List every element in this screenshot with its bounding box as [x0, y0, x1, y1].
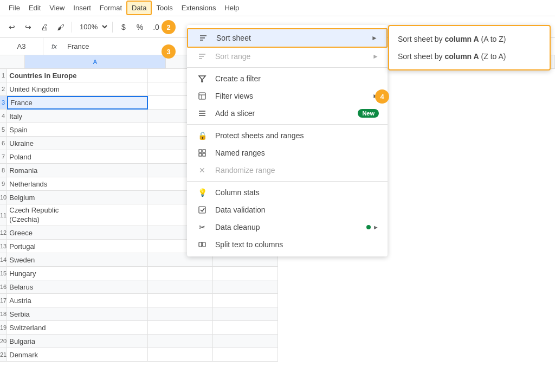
svg-rect-15 [199, 153, 202, 156]
svg-rect-21 [203, 242, 205, 247]
sort-range-icon [196, 52, 209, 61]
cell-a20[interactable]: Bulgaria [7, 335, 148, 348]
cell-reference[interactable]: A3 [0, 38, 43, 55]
row-num-19: 19 [0, 321, 7, 335]
cell-a1[interactable]: Countries in Europe [7, 69, 148, 82]
cell-a11[interactable]: Czech Republic(Czechia) [7, 204, 148, 226]
cell-c21[interactable] [213, 348, 278, 362]
sort-asc-item[interactable]: Sort sheet by column A (A to Z) [389, 30, 550, 48]
cell-a12[interactable]: Greece [7, 226, 148, 240]
undo-button[interactable]: ↩ [4, 20, 20, 35]
filter-views-label: Filter views [215, 92, 253, 100]
cell-a5[interactable]: Spain [7, 123, 148, 137]
create-filter-item[interactable]: Create a filter [187, 70, 388, 87]
redo-button[interactable]: ↪ [21, 20, 36, 35]
row-num-21: 21 [0, 348, 7, 362]
menu-edit[interactable]: Edit [24, 2, 45, 14]
menu-extensions[interactable]: Extensions [177, 2, 221, 14]
split-text-item[interactable]: Split text to columns [187, 236, 388, 253]
cell-c20[interactable] [213, 335, 278, 348]
menu-help[interactable]: Help [220, 2, 243, 14]
cell-a21[interactable]: Denmark [7, 348, 148, 362]
divider-3 [187, 181, 388, 182]
protect-sheets-icon: 🔒 [196, 131, 209, 140]
cell-a3[interactable]: France [7, 96, 148, 110]
menu-format[interactable]: Format [95, 2, 126, 14]
cell-a9[interactable]: Netherlands [7, 177, 148, 191]
formula-icon: fx [43, 42, 65, 50]
cell-b17[interactable] [148, 294, 213, 307]
svg-line-19 [202, 208, 204, 211]
cell-a7[interactable]: Poland [7, 150, 148, 164]
currency-button[interactable]: $ [116, 20, 131, 35]
row-num-3: 3 [0, 96, 7, 110]
protect-sheets-item[interactable]: 🔒 Protect sheets and ranges [187, 127, 388, 144]
cell-b15[interactable] [148, 267, 213, 280]
cell-a6[interactable]: Ukraine [7, 137, 148, 150]
column-stats-item[interactable]: 💡 Column stats [187, 184, 388, 201]
cell-a19[interactable]: Switzerland [7, 321, 148, 335]
sort-desc-item[interactable]: Sort sheet by column A (Z to A) [389, 48, 550, 65]
cell-b18[interactable] [148, 307, 213, 321]
menu-file[interactable]: File [4, 2, 24, 14]
sort-sheet-item[interactable]: Sort sheet ► [187, 28, 388, 48]
cell-b16[interactable] [148, 280, 213, 294]
cell-a15[interactable]: Hungary [7, 267, 148, 280]
cell-c18[interactable] [213, 307, 278, 321]
column-stats-label: Column stats [215, 188, 260, 197]
table-row: Denmark [7, 348, 555, 362]
create-filter-icon [196, 74, 209, 83]
separator-2 [112, 22, 113, 33]
zoom-select[interactable]: 100% [75, 21, 109, 33]
menu-insert[interactable]: Insert [69, 2, 95, 14]
filter-views-item[interactable]: Filter views ► [187, 87, 388, 105]
add-slicer-item[interactable]: Add a slicer New [187, 105, 388, 122]
row-num-4: 4 [0, 110, 7, 123]
cell-a8[interactable]: Romania [7, 164, 148, 177]
svg-rect-16 [203, 153, 205, 156]
divider-1 [187, 67, 388, 68]
cell-a18[interactable]: Serbia [7, 307, 148, 321]
column-stats-icon: 💡 [196, 188, 209, 197]
data-cleanup-item[interactable]: ✂ Data cleanup ► [187, 219, 388, 236]
menu-bar: File Edit View Insert Format Data Tools … [0, 0, 555, 16]
cell-c19[interactable] [213, 321, 278, 335]
cell-b19[interactable] [148, 321, 213, 335]
svg-rect-14 [203, 150, 205, 152]
add-slicer-icon [196, 109, 209, 118]
cell-a14[interactable]: Sweden [7, 253, 148, 267]
cell-a13[interactable]: Portugal [7, 240, 148, 253]
table-row: Bulgaria [7, 335, 555, 348]
data-validation-icon [196, 205, 209, 214]
col-header-a[interactable]: A [25, 55, 166, 69]
cell-a10[interactable]: Belgium [7, 191, 148, 204]
menu-view[interactable]: View [45, 2, 69, 14]
print-button[interactable]: 🖨 [37, 20, 52, 35]
cell-a4[interactable]: Italy [7, 110, 148, 123]
cell-c15[interactable] [213, 267, 278, 280]
table-row: Serbia [7, 307, 555, 321]
cell-a17[interactable]: Austria [7, 294, 148, 307]
menu-data[interactable]: Data [126, 1, 152, 15]
cell-b21[interactable] [148, 348, 213, 362]
row-num-15: 15 [0, 267, 7, 280]
badge-2: 2 [162, 20, 176, 34]
row-num-11: 11 [0, 204, 7, 226]
row-num-14: 14 [0, 253, 7, 267]
cell-a16[interactable]: Belarus [7, 280, 148, 294]
cell-c16[interactable] [213, 280, 278, 294]
cell-b20[interactable] [148, 335, 213, 348]
cell-a2[interactable]: United Kingdom [7, 82, 148, 96]
data-cleanup-dot [366, 225, 371, 229]
percent-button[interactable]: % [132, 20, 147, 35]
divider-2 [187, 124, 388, 125]
paint-format-button[interactable]: 🖌 [53, 20, 68, 35]
data-validation-item[interactable]: Data validation [187, 201, 388, 219]
row-num-13: 13 [0, 240, 7, 253]
menu-tools[interactable]: Tools [152, 2, 177, 14]
badge-4: 4 [375, 89, 389, 104]
sort-sheet-submenu: Sort sheet by column A (A to Z) Sort she… [388, 25, 551, 70]
named-ranges-item[interactable]: Named ranges [187, 144, 388, 162]
row-num-5: 5 [0, 123, 7, 137]
cell-c17[interactable] [213, 294, 278, 307]
